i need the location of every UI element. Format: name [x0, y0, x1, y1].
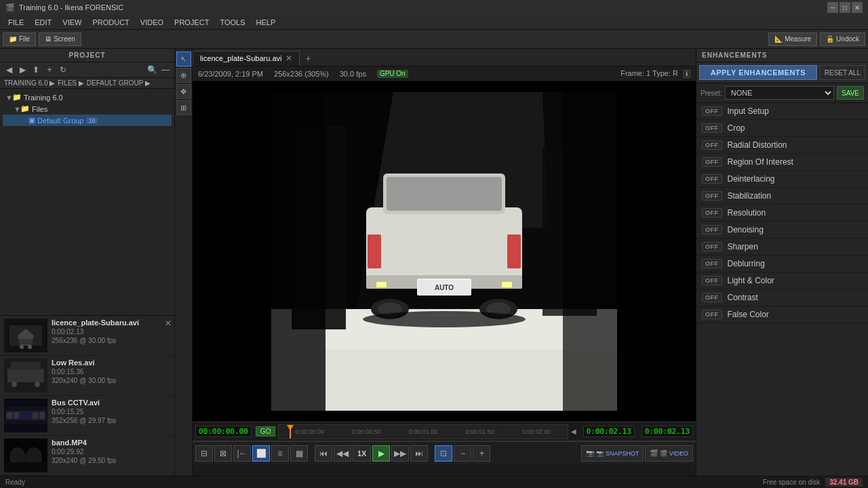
undock-btn[interactable]: 🔓 Undock: [820, 33, 865, 46]
reset-all-btn[interactable]: RESET ALL: [820, 65, 865, 80]
enh-stabilization-badge[interactable]: OFF: [702, 191, 722, 201]
tab-add-btn[interactable]: +: [300, 51, 316, 66]
out-btn[interactable]: ▦: [290, 445, 308, 462]
enh-radial-badge[interactable]: OFF: [702, 140, 722, 150]
pan-tool-btn[interactable]: ✥: [176, 84, 191, 99]
nav-up-btn[interactable]: ⬆: [30, 64, 42, 76]
enh-resolution-badge[interactable]: OFF: [702, 208, 722, 218]
breadcrumb-group[interactable]: DEFAULT GROUP ▶: [87, 79, 151, 87]
go-btn[interactable]: GO: [256, 426, 276, 436]
right-panel: ENHANCEMENTS APPLY ENHANCEMENTS RESET AL…: [696, 49, 868, 476]
enh-denoising-badge[interactable]: OFF: [702, 225, 722, 235]
file-item-0[interactable]: licence_plate-Subaru.avi 0:00:02.13 256x…: [0, 316, 174, 356]
enh-roi-badge[interactable]: OFF: [702, 157, 722, 167]
tree-root[interactable]: ▼ 📁 Training 6.0: [3, 92, 172, 103]
minimize-btn[interactable]: ─: [827, 2, 838, 13]
menu-product[interactable]: PRODUCT: [87, 15, 134, 29]
zoom-plus-btn[interactable]: +: [473, 445, 490, 462]
tree-default-group[interactable]: ▣ Default Group 16: [3, 115, 172, 126]
add-btn[interactable]: +: [43, 64, 56, 76]
file-item-1[interactable]: Low Res.avi 0:00:15.36 320x240 @ 30.00 f…: [0, 356, 174, 396]
enh-false-color[interactable]: OFF False Color: [696, 306, 868, 323]
enh-input-setup-badge[interactable]: OFF: [702, 106, 722, 116]
breadcrumb-training[interactable]: TRAINING 6.0 ▶: [4, 79, 55, 87]
goto-start-btn[interactable]: ⏮: [315, 445, 332, 462]
enh-resolution[interactable]: OFF Resolution: [696, 205, 868, 222]
video-resolution: 256x236 (305%): [274, 70, 329, 78]
menu-video[interactable]: VIDEO: [135, 15, 169, 29]
frame-info-btn[interactable]: ℹ: [683, 70, 690, 78]
zoom-tool-btn[interactable]: ⊕: [176, 68, 191, 83]
screen-btn[interactable]: 🖥 Screen: [39, 33, 81, 46]
play-btn[interactable]: ▶: [372, 445, 390, 462]
enh-light-color-badge[interactable]: OFF: [702, 276, 722, 285]
in-btn[interactable]: ≡: [271, 445, 289, 462]
maximize-btn[interactable]: □: [840, 2, 850, 13]
loop-btn[interactable]: ⬜: [252, 445, 270, 462]
enh-stabilization[interactable]: OFF Stabilization: [696, 188, 868, 205]
video-canvas[interactable]: AUTO: [193, 81, 696, 422]
enh-contrast-badge[interactable]: OFF: [702, 293, 722, 302]
timeline: 00:00:00.00 GO 0:00:00.00 0:00:00.50 0:0…: [193, 422, 696, 476]
menu-edit[interactable]: EDIT: [29, 15, 57, 29]
apply-enhancements-btn[interactable]: APPLY ENHANCEMENTS: [699, 65, 817, 80]
enh-light-color[interactable]: OFF Light & Color: [696, 272, 868, 289]
mark-btn[interactable]: |←: [233, 445, 251, 462]
zoom-minus-btn[interactable]: −: [454, 445, 471, 462]
enh-deblurring-badge[interactable]: OFF: [702, 259, 722, 268]
enh-roi[interactable]: OFF Region Of Interest: [696, 154, 868, 171]
status-text: Ready: [5, 479, 25, 486]
enh-radial-distortion[interactable]: OFF Radial Distortion: [696, 137, 868, 154]
breadcrumb-files[interactable]: FILES ▶: [58, 79, 84, 87]
tab-0[interactable]: licence_plate-Subaru.avi ✕: [193, 51, 300, 66]
file-item-2[interactable]: Bus CCTV.avi 0:00:15.25 352x256 @ 29.97 …: [0, 396, 174, 436]
enh-crop[interactable]: OFF Crop: [696, 120, 868, 137]
refresh-btn[interactable]: ↻: [57, 64, 69, 76]
menu-view[interactable]: VIEW: [57, 15, 87, 29]
select-tool-btn[interactable]: ↖: [176, 52, 191, 66]
svg-rect-48: [563, 92, 617, 411]
menu-help[interactable]: HELP: [250, 15, 281, 29]
search-btn[interactable]: 🔍: [146, 64, 158, 76]
enh-deblurring[interactable]: OFF Deblurring: [696, 256, 868, 272]
close-btn[interactable]: ✕: [852, 2, 863, 13]
menu-file[interactable]: FILE: [3, 15, 29, 29]
enh-deinterlacing[interactable]: OFF Deinterlacing: [696, 171, 868, 188]
collapse-btn[interactable]: —: [159, 64, 172, 76]
preset-select[interactable]: NONE: [725, 86, 834, 100]
nav-forward-btn[interactable]: ▶: [16, 64, 28, 76]
loop2-btn[interactable]: ⊡: [435, 445, 452, 462]
next-frame-btn[interactable]: ▶▶: [391, 445, 409, 462]
goto-end-btn[interactable]: ⏭: [410, 445, 428, 462]
tree-files[interactable]: ▼ 📁 Files: [3, 103, 172, 115]
file-item-3[interactable]: band.MP4 0:00:29.92 320x240 @ 29.50 fps: [0, 436, 174, 476]
enh-crop-badge[interactable]: OFF: [702, 123, 722, 133]
enh-contrast[interactable]: OFF Contrast: [696, 289, 868, 306]
save-preset-btn[interactable]: SAVE: [837, 86, 864, 100]
snapshot-btn[interactable]: 📷 📷 SNAPSHOT: [581, 445, 644, 462]
enh-denoising[interactable]: OFF Denoising: [696, 222, 868, 239]
preset-row: Preset: NONE SAVE: [696, 83, 868, 103]
video-export-btn[interactable]: 🎬 🎬 VIDEO: [645, 445, 693, 462]
menu-tools[interactable]: TOOLS: [214, 15, 250, 29]
measure-tool-btn[interactable]: ⊞: [176, 100, 191, 115]
tabs-bar: licence_plate-Subaru.avi ✕ +: [193, 49, 696, 66]
tab-close-0[interactable]: ✕: [285, 54, 292, 63]
fit-btn[interactable]: ⊟: [195, 445, 213, 462]
enh-false-color-badge[interactable]: OFF: [702, 310, 722, 319]
prev-frame-btn[interactable]: ◀◀: [334, 445, 351, 462]
enh-sharpen[interactable]: OFF Sharpen: [696, 239, 868, 256]
enh-crop-label: Crop: [728, 123, 863, 133]
file-resolution-0: 256x236 @ 30.00 fps: [52, 337, 170, 344]
file-btn[interactable]: 📁 File: [3, 33, 36, 46]
enh-input-setup[interactable]: OFF Input Setup: [696, 103, 868, 120]
snap-btn[interactable]: ⊠: [214, 445, 232, 462]
measure-btn[interactable]: 📐 Measure: [768, 33, 817, 46]
menu-project[interactable]: PROJECT: [169, 15, 214, 29]
enh-roi-label: Region Of Interest: [728, 157, 863, 167]
enh-deblurring-label: Deblurring: [728, 259, 863, 268]
enh-sharpen-badge[interactable]: OFF: [702, 242, 722, 251]
file-close-0[interactable]: ✕: [165, 319, 172, 328]
nav-back-btn[interactable]: ◀: [3, 64, 15, 76]
enh-deinterlacing-badge[interactable]: OFF: [702, 174, 722, 184]
